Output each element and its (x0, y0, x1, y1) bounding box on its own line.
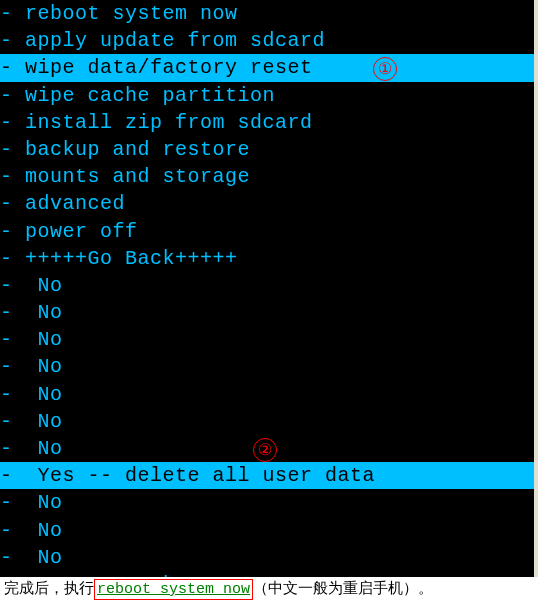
menu-item-prefix: - (0, 519, 38, 542)
menu-item-label: apply update from sdcard (25, 29, 325, 52)
menu-item-label: No (38, 410, 63, 433)
menu-item-prefix: - (0, 573, 25, 577)
menu-item[interactable]: - backup and restore (0, 136, 534, 163)
menu-item-label: No (38, 301, 63, 324)
menu-item-prefix: - (0, 437, 38, 460)
menu-item-prefix: - (0, 355, 38, 378)
menu-item[interactable]: - No (0, 272, 534, 299)
menu-item-label: wipe cache partition (25, 84, 275, 107)
menu-item[interactable]: - install zip from sdcard (0, 109, 534, 136)
menu-item-label: No (38, 491, 63, 514)
menu-item-label: +++++Go Back+++++ (25, 247, 238, 270)
menu-item[interactable]: - mounts and storage (0, 163, 534, 190)
menu-item-prefix: - (0, 220, 25, 243)
menu-item[interactable]: - No (0, 381, 534, 408)
menu-item-prefix: - (0, 192, 25, 215)
menu-item[interactable]: - +++++Go Back+++++ (0, 245, 534, 272)
menu-item[interactable]: - No (0, 517, 534, 544)
menu-item-label: backup and restore (25, 138, 250, 161)
caption-post: （中文一般为重启手机）。 (253, 579, 433, 596)
menu-item[interactable]: - wipe cache partition (0, 82, 534, 109)
menu-item-prefix: - (0, 56, 25, 79)
menu-item-prefix: - (0, 29, 25, 52)
menu-item-label: reboot system now (25, 2, 238, 25)
menu-item-label: No (38, 355, 63, 378)
menu-item-prefix: - (0, 138, 25, 161)
menu-item[interactable]: - advanced (0, 190, 534, 217)
menu-item-prefix: - (0, 301, 38, 324)
menu-item-prefix: - (0, 491, 38, 514)
menu-item[interactable]: - No (0, 353, 534, 380)
menu-item-prefix: - (0, 2, 25, 25)
menu-item[interactable]: - apply update from sdcard (0, 27, 534, 54)
menu-item-prefix: - (0, 111, 25, 134)
menu-item[interactable]: - No (0, 435, 534, 462)
menu-item-label: No (38, 328, 63, 351)
caption-line: 完成后，执行reboot system now（中文一般为重启手机）。 (0, 577, 538, 598)
menu-item-label: power off (25, 220, 138, 243)
menu-item-prefix: - (0, 274, 38, 297)
menu-item[interactable]: - +++++Go Back+++++ (0, 571, 534, 577)
menu-item-label: wipe data/factory reset (25, 56, 313, 79)
menu-item-prefix: - (0, 383, 38, 406)
menu-item-prefix: - (0, 410, 38, 433)
menu-item-prefix: - (0, 328, 38, 351)
recovery-menu-screen: - reboot system now- apply update from s… (0, 0, 538, 577)
menu-item[interactable]: - No (0, 544, 534, 571)
menu-item[interactable]: - power off (0, 218, 534, 245)
menu-item-label: Yes -- delete all user data (38, 464, 376, 487)
menu-item[interactable]: - Yes -- delete all user data (0, 462, 534, 489)
menu-item[interactable]: - No (0, 489, 534, 516)
caption-boxed-command: reboot system now (94, 579, 253, 600)
menu-item[interactable]: - reboot system now (0, 0, 534, 27)
menu-item-label: advanced (25, 192, 125, 215)
menu-item-label: No (38, 546, 63, 569)
menu-item-prefix: - (0, 165, 25, 188)
menu-item-prefix: - (0, 84, 25, 107)
caption-pre: 完成后，执行 (4, 579, 94, 596)
menu-item-label: +++++Go Back+++++ (25, 573, 238, 577)
menu-item-prefix: - (0, 546, 38, 569)
menu-item-prefix: - (0, 464, 38, 487)
menu-item-label: install zip from sdcard (25, 111, 313, 134)
menu-item[interactable]: - wipe data/factory reset (0, 54, 534, 81)
menu-item-label: No (38, 383, 63, 406)
menu-item-label: mounts and storage (25, 165, 250, 188)
menu-item[interactable]: - No (0, 408, 534, 435)
menu-item[interactable]: - No (0, 326, 534, 353)
menu-item[interactable]: - No (0, 299, 534, 326)
menu-item-prefix: - (0, 247, 25, 270)
menu-item-label: No (38, 274, 63, 297)
menu-item-label: No (38, 519, 63, 542)
menu-item-label: No (38, 437, 63, 460)
